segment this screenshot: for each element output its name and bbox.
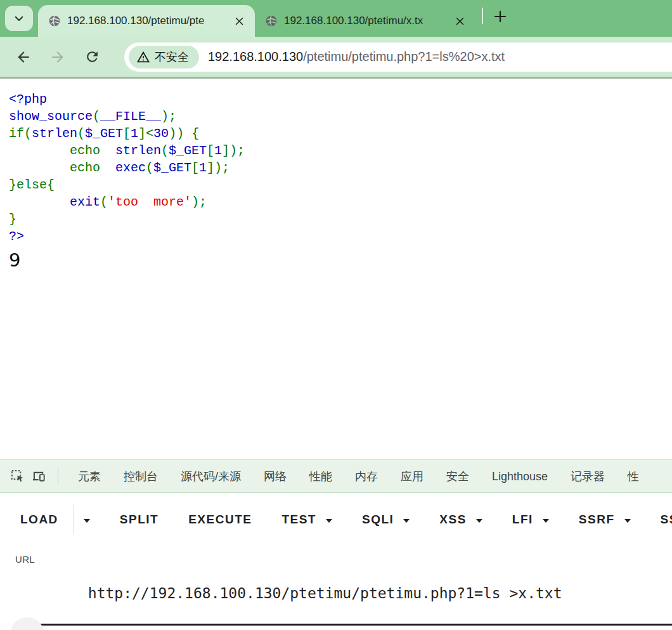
command-output: 9 [9,249,672,271]
close-icon [235,16,244,26]
hackbar-button-label: SS [661,513,672,527]
hackbar-button-test[interactable]: TEST [281,504,332,535]
inspect-element-button[interactable] [6,466,28,487]
url-label: URL [15,554,672,565]
chevron-down-icon [13,13,25,24]
devtools-tab-9[interactable]: 记录器 [559,460,616,493]
tab-divider [482,8,483,24]
chevron-down-icon [84,519,90,523]
security-chip[interactable]: 不安全 [129,46,199,69]
hackbar-panel: LOADSPLITEXECUTETESTSQLIXSSLFISSRFSS URL… [0,493,672,628]
chevron-down-icon [624,519,631,523]
warning-icon [136,50,150,64]
back-button[interactable] [13,46,34,68]
tab-title: 192.168.100.130/ptetimu/x.tx [284,15,448,27]
globe-icon [48,15,61,27]
code-line: echo exec($_GET[1]); [9,159,672,176]
hackbar-button-xss[interactable]: XSS [439,504,482,535]
tab-search-button[interactable] [5,6,33,31]
devtools-tab-8[interactable]: Lighthouse [481,460,559,493]
split-button-divider [74,504,74,535]
plus-icon [493,9,508,24]
url-path: /ptetimu/ptetimu.php?1=ls%20>x.txt [303,49,505,63]
hackbar-button-split[interactable]: SPLIT [120,504,158,535]
devtools-tab-10[interactable]: 性 [616,460,650,493]
hackbar-url-value: http://192.168.100.130/ptetimu/ptetimu.p… [88,585,562,601]
code-line: ?> [9,228,672,245]
security-chip-label: 不安全 [155,49,189,65]
hackbar-button-label: LOAD [20,513,58,527]
hackbar-button-load[interactable]: LOAD [20,504,90,535]
tab-title-fade [200,15,227,27]
hackbar-button-execute[interactable]: EXECUTE [188,504,252,535]
devtools-tab-1[interactable]: 控制台 [112,460,169,493]
code-line: show_source(__FILE__); [9,108,672,125]
devtools-panel: 元素控制台源代码/来源网络性能内存应用安全Lighthouse记录器性 LOAD… [0,459,672,628]
hackbar-button-label: SPLIT [120,513,158,527]
device-toolbar-icon [32,469,46,483]
hackbar-button-label: LFI [512,513,533,527]
devtools-tabs: 元素控制台源代码/来源网络性能内存应用安全Lighthouse记录器性 [67,460,650,493]
browser-tab-2[interactable]: 192.168.100.130/ptetimu/x.tx [255,5,481,37]
code-line: exit('too more'); [9,194,672,211]
devtools-tab-5[interactable]: 内存 [344,460,389,493]
code-line: <?php [9,91,672,108]
devtools-tab-0[interactable]: 元素 [67,460,112,493]
tab-title-fade [421,15,448,27]
php-source-code: <?phpshow_source(__FILE__);if(strlen($_G… [9,91,672,245]
device-toolbar-button[interactable] [28,466,49,487]
page-content: <?phpshow_source(__FILE__);if(strlen($_G… [0,79,672,459]
back-icon [15,49,32,65]
chevron-down-icon [326,519,332,523]
hackbar-button-label: TEST [281,513,316,527]
chevron-down-icon [476,519,482,523]
hackbar-button-label: SSRF [579,513,615,527]
tab-close-button[interactable] [451,13,468,29]
inspect-icon [10,469,25,483]
devtools-tabbar: 元素控制台源代码/来源网络性能内存应用安全Lighthouse记录器性 [0,460,672,493]
hackbar-button-label: XSS [439,513,467,527]
address-url: 192.168.100.130/ptetimu/ptetimu.php?1=ls… [208,49,505,64]
globe-icon [265,15,278,27]
chevron-down-icon [403,519,410,523]
code-line: if(strlen($_GET[1]<30)) { [9,125,672,142]
forward-button[interactable] [47,46,68,68]
devtools-tab-7[interactable]: 安全 [435,460,481,493]
code-line: } [9,211,672,228]
browser-tab-1[interactable]: 192.168.100.130/ptetimu/pte [38,5,255,37]
code-line: echo strlen($_GET[1]); [9,142,672,159]
devtools-divider [58,468,58,485]
reload-icon [84,49,100,65]
forward-icon [49,49,66,65]
hackbar-button-lfi[interactable]: LFI [512,504,549,535]
hackbar-button-ss[interactable]: SS [661,504,672,535]
devtools-tab-6[interactable]: 应用 [389,460,435,493]
omnibox[interactable]: 不安全 192.168.100.130/ptetimu/ptetimu.php?… [124,43,672,72]
hackbar-button-label: SQLI [362,513,394,527]
url-host: 192.168.100.130 [208,49,303,63]
tab-title: 192.168.100.130/ptetimu/pte [67,15,227,27]
close-icon [455,16,465,26]
devtools-tab-2[interactable]: 源代码/来源 [169,460,252,493]
code-line: }else{ [9,176,672,194]
browser-toolbar: 不安全 192.168.100.130/ptetimu/ptetimu.php?… [0,37,672,79]
hackbar-button-label: EXECUTE [188,513,252,527]
devtools-tab-4[interactable]: 性能 [298,460,344,493]
tab-strip: 192.168.100.130/ptetimu/pte 192.168.100.… [0,0,672,37]
tab-close-button[interactable] [231,13,247,29]
hackbar-button-ssrf[interactable]: SSRF [579,504,631,535]
reload-button[interactable] [81,46,103,68]
browser-window: 192.168.100.130/ptetimu/pte 192.168.100.… [0,0,672,628]
chevron-down-icon [543,519,549,523]
devtools-tab-3[interactable]: 网络 [252,460,298,493]
new-tab-button[interactable] [488,4,512,29]
hackbar-url-input[interactable]: http://192.168.100.130/ptetimu/ptetimu.p… [15,567,672,626]
hackbar-toolbar: LOADSPLITEXECUTETESTSQLIXSSLFISSRFSS [0,493,672,535]
hackbar-button-sqli[interactable]: SQLI [362,504,410,535]
